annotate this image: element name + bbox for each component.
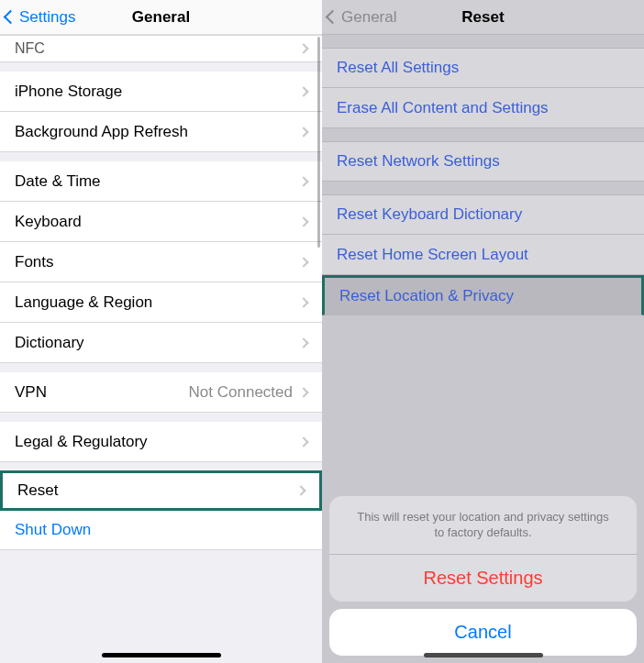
row-label: Keyboard [15, 213, 300, 231]
chevron-right-icon [295, 485, 305, 495]
chevron-right-icon [298, 176, 308, 186]
row-label: Date & Time [15, 172, 300, 191]
chevron-right-icon [298, 86, 308, 96]
back-label: General [341, 8, 396, 27]
back-label: Settings [19, 8, 75, 27]
chevron-right-icon [298, 337, 308, 348]
chevron-right-icon [298, 43, 308, 53]
row-label: Reset Location & Privacy [339, 287, 627, 305]
nav-bar: General Reset [322, 0, 644, 35]
row-nfc[interactable]: NFC [0, 35, 322, 62]
chevron-right-icon [298, 257, 308, 267]
row-reset-all-settings[interactable]: Reset All Settings [322, 48, 644, 88]
row-label: Language & Region [15, 293, 300, 312]
chevron-right-icon [298, 127, 308, 137]
row-reset-keyboard-dictionary[interactable]: Reset Keyboard Dictionary [322, 194, 644, 235]
row-vpn[interactable]: VPN Not Connected [0, 372, 322, 413]
nav-bar: Settings General [0, 0, 322, 35]
chevron-right-icon [298, 297, 308, 307]
row-background-app-refresh[interactable]: Background App Refresh [0, 112, 322, 152]
action-sheet-card: This will reset your location and privac… [329, 496, 637, 602]
chevron-right-icon [298, 387, 308, 397]
row-label: Erase All Content and Settings [337, 99, 629, 117]
row-reset-location-privacy[interactable]: Reset Location & Privacy [322, 275, 644, 315]
row-language-region[interactable]: Language & Region [0, 282, 322, 323]
row-reset-home-screen-layout[interactable]: Reset Home Screen Layout [322, 235, 644, 275]
row-reset-network-settings[interactable]: Reset Network Settings [322, 141, 644, 182]
row-label: iPhone Storage [15, 83, 300, 101]
row-reset[interactable]: Reset [0, 470, 322, 511]
back-button[interactable]: General [328, 8, 396, 27]
row-label: Dictionary [15, 334, 300, 352]
row-fonts[interactable]: Fonts [0, 242, 322, 282]
chevron-left-icon [4, 10, 18, 25]
row-dictionary[interactable]: Dictionary [0, 323, 322, 363]
chevron-right-icon [298, 436, 308, 447]
reset-screen: General Reset Reset All Settings Erase A… [322, 0, 644, 663]
row-label: Reset Home Screen Layout [337, 246, 629, 264]
row-shut-down[interactable]: Shut Down [0, 510, 322, 550]
row-erase-all-content[interactable]: Erase All Content and Settings [322, 88, 644, 128]
settings-list: NFC iPhone Storage Background App Refres… [0, 35, 322, 663]
row-label: VPN [15, 383, 189, 402]
reset-settings-button[interactable]: Reset Settings [329, 555, 637, 602]
chevron-right-icon [298, 216, 308, 227]
row-label: Reset Keyboard Dictionary [337, 205, 629, 224]
chevron-left-icon [326, 10, 340, 25]
home-indicator[interactable] [424, 653, 543, 657]
row-iphone-storage[interactable]: iPhone Storage [0, 72, 322, 112]
row-date-time[interactable]: Date & Time [0, 161, 322, 202]
row-label: Legal & Regulatory [15, 433, 300, 451]
row-value: Not Connected [189, 383, 293, 402]
scrollbar[interactable] [317, 37, 320, 248]
action-sheet-message: This will reset your location and privac… [329, 496, 637, 555]
action-sheet: This will reset your location and privac… [322, 489, 644, 663]
row-label: Shut Down [15, 521, 307, 539]
row-keyboard[interactable]: Keyboard [0, 202, 322, 242]
row-label: NFC [15, 40, 300, 57]
row-label: Reset All Settings [337, 59, 629, 77]
home-indicator[interactable] [102, 653, 221, 657]
back-button[interactable]: Settings [6, 8, 75, 27]
row-legal-regulatory[interactable]: Legal & Regulatory [0, 422, 322, 462]
row-label: Background App Refresh [15, 123, 300, 141]
row-label: Reset [17, 481, 297, 500]
general-settings-screen: Settings General NFC iPhone Storage Back… [0, 0, 322, 663]
cancel-button[interactable]: Cancel [329, 609, 637, 656]
row-label: Fonts [15, 253, 300, 271]
row-label: Reset Network Settings [337, 152, 629, 171]
